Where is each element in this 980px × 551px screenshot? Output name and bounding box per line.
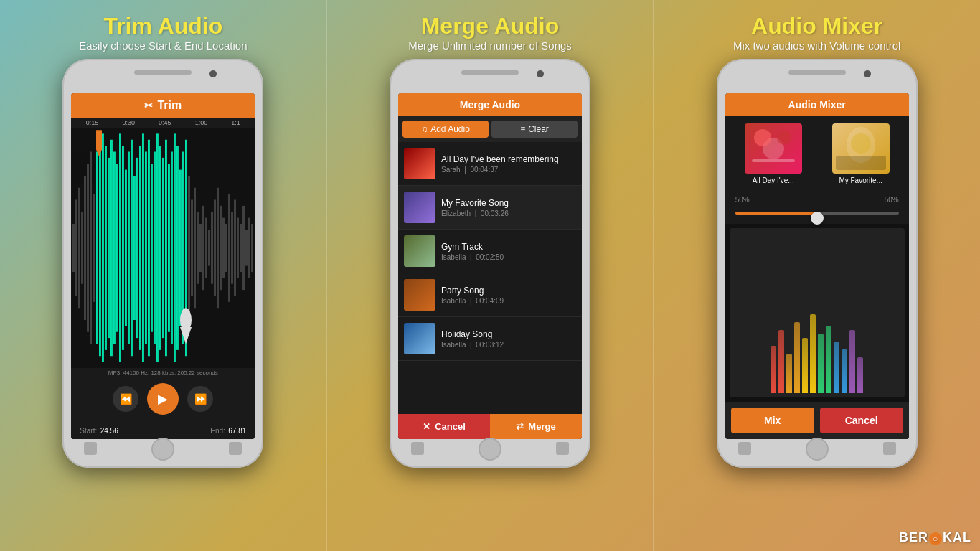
svg-rect-7	[93, 194, 95, 302]
song-info-4: Holiday Song Isabella | 00:03:12	[441, 329, 576, 349]
list-item[interactable]: My Favorite Song Elizabeth | 00:03:26	[398, 186, 582, 230]
svg-rect-44	[199, 224, 202, 272]
mixer-track-2: My Favorite...	[820, 123, 902, 184]
svg-rect-0	[72, 224, 75, 272]
svg-rect-2	[78, 188, 80, 309]
svg-rect-40	[188, 176, 190, 320]
nav-btn-back[interactable]	[84, 442, 97, 455]
clear-button[interactable]: ≡ Clear	[491, 121, 578, 138]
merge-phone-home[interactable]	[479, 438, 501, 461]
mixer-track2-name: My Favorite...	[839, 176, 882, 184]
list-item[interactable]: All Day I've been remembering Sarah | 00…	[398, 142, 582, 186]
merge-nav-recent[interactable]	[556, 442, 569, 455]
svg-rect-23	[139, 146, 141, 350]
mixer-nav-recent[interactable]	[883, 442, 896, 455]
waveform-svg	[71, 128, 255, 368]
song-thumb-0	[404, 148, 435, 179]
mix-button[interactable]: Mix	[731, 408, 814, 433]
eq-bar-10	[849, 330, 855, 393]
svg-rect-61	[248, 218, 250, 278]
waveform-area[interactable]	[71, 128, 255, 368]
phone-camera	[209, 70, 217, 77]
mixer-phone-camera	[864, 70, 871, 77]
eq-bar-5	[810, 314, 816, 393]
merge-phone-camera	[537, 70, 544, 77]
mixer-nav-back[interactable]	[738, 442, 751, 455]
svg-rect-57	[237, 218, 239, 278]
nav-btn-recent[interactable]	[229, 442, 242, 455]
svg-rect-22	[136, 158, 138, 338]
trim-title: Trim Audio	[103, 13, 222, 39]
song-name-4: Holiday Song	[441, 329, 576, 339]
time-0-15: 0:15	[86, 119, 99, 126]
song-thumb-1	[404, 192, 435, 223]
mixer-phone-home[interactable]	[806, 438, 829, 461]
svg-rect-42	[194, 188, 196, 309]
mixer-phone: Audio Mixer	[717, 59, 918, 468]
mixer-screen: Audio Mixer	[725, 93, 909, 439]
eq-bar-7	[826, 326, 831, 393]
song-thumb-2	[404, 235, 435, 267]
list-item[interactable]: Party Song Isabella | 00:04:09	[398, 273, 582, 317]
svg-rect-28	[154, 152, 156, 344]
forward-button[interactable]: ⏩	[187, 386, 213, 412]
song-meta-2: Isabella | 00:02:50	[441, 253, 576, 261]
mixer-thumb-1[interactable]	[745, 123, 802, 174]
mixer-track-1: All Day I've...	[732, 123, 814, 184]
play-button[interactable]: ▶	[147, 383, 179, 415]
svg-rect-48	[211, 212, 213, 284]
svg-rect-53	[225, 224, 227, 272]
svg-rect-36	[176, 146, 179, 350]
svg-rect-46	[205, 218, 207, 278]
list-item[interactable]: Holiday Song Isabella | 00:03:12	[398, 317, 582, 361]
slider-thumb[interactable]	[811, 212, 824, 225]
time-0-30: 0:30	[122, 119, 135, 126]
start-value: 24.56	[100, 427, 118, 435]
svg-rect-37	[179, 170, 182, 326]
mixer-thumb-2[interactable]	[832, 123, 890, 174]
mixer-cancel-button[interactable]: Cancel	[820, 408, 903, 433]
song-meta-0: Sarah | 00:04:37	[441, 166, 576, 174]
time-0-45: 0:45	[159, 119, 171, 126]
trim-header-label: Trim	[157, 99, 182, 112]
mixer-header-label: Audio Mixer	[788, 99, 846, 110]
watermark-circle: ○	[929, 532, 942, 545]
merge-nav-back[interactable]	[411, 442, 424, 455]
trim-phone: ✂ Trim 0:15 0:30 0:45 1:00 1:1	[62, 59, 263, 468]
merge-phone-nav-left	[411, 442, 424, 455]
rewind-button[interactable]: ⏪	[113, 386, 138, 412]
mixer-track1-name: All Day I've...	[753, 176, 794, 184]
list-item[interactable]: Gym Track Isabella | 00:02:50	[398, 230, 582, 273]
mixer-volume-slider-area: 50% 50%	[725, 192, 909, 224]
svg-rect-12	[108, 158, 110, 338]
volume-slider[interactable]	[735, 207, 899, 220]
merge-subtitle: Merge Unlimited number of Songs	[408, 39, 572, 52]
merge-cancel-button[interactable]: ✕ Cancel	[398, 414, 490, 439]
slider-left-label: 50%	[735, 196, 750, 204]
svg-rect-19	[128, 152, 130, 344]
song-info-3: Party Song Isabella | 00:04:09	[441, 286, 576, 305]
track1-image-icon	[745, 123, 802, 174]
svg-rect-35	[174, 133, 176, 362]
phone-home-button[interactable]	[151, 438, 174, 461]
song-meta-1: Elizabeth | 00:03:26	[441, 209, 576, 217]
svg-rect-59	[242, 206, 245, 290]
list-icon: ≡	[520, 124, 525, 134]
slider-rail	[735, 212, 899, 215]
merge-button[interactable]: ⇄ Merge	[490, 414, 582, 439]
eq-bar-8	[834, 342, 839, 393]
slider-fill	[735, 212, 817, 215]
add-audio-button[interactable]: ♫ Add Audio	[402, 121, 489, 138]
song-thumb-4	[404, 323, 435, 354]
merge-screen: Merge Audio ♫ Add Audio ≡ Clear	[398, 93, 582, 439]
song-meta-4: Isabella | 00:03:12	[441, 341, 576, 349]
mixer-phone-nav-right	[883, 442, 896, 455]
svg-rect-29	[156, 133, 159, 362]
time-1-00: 1:00	[195, 119, 208, 126]
merge-toolbar: ♫ Add Audio ≡ Clear	[398, 116, 582, 142]
song-thumb-3	[404, 279, 435, 311]
trim-file-info: MP3, 44100 Hz, 128 kbps, 205.22 seconds	[71, 368, 255, 377]
svg-rect-43	[197, 212, 199, 284]
svg-rect-50	[217, 188, 219, 309]
svg-rect-56	[234, 200, 236, 296]
